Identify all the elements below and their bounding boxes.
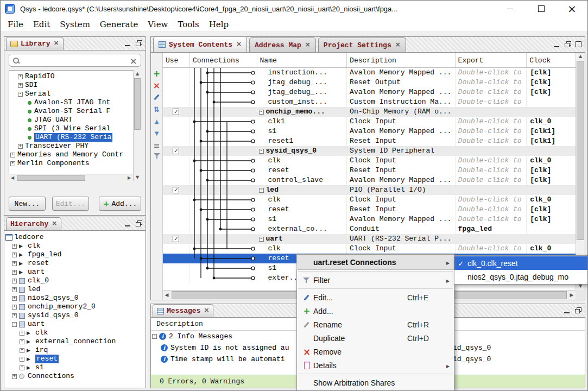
- expander-icon[interactable]: [18, 92, 23, 97]
- row-export[interactable]: Double-click to: [456, 205, 527, 215]
- scrollbar-thumb[interactable]: [17, 175, 85, 181]
- row-clock[interactable]: [527, 234, 576, 244]
- row-clock[interactable]: clk_0: [527, 195, 576, 205]
- table-row[interactable]: clk Clock Input Double-click to clk_0: [163, 195, 576, 205]
- row-export[interactable]: Double-click to: [456, 175, 527, 185]
- connections-cell[interactable]: [190, 205, 257, 215]
- library-close-icon[interactable]: [53, 41, 59, 47]
- move-down-icon[interactable]: [152, 129, 161, 138]
- library-tab[interactable]: Library: [6, 37, 64, 50]
- connections-cell[interactable]: [190, 273, 257, 283]
- edit-component-button[interactable]: Edit...: [52, 197, 89, 211]
- hierarchy-tree-item[interactable]: clk: [4, 329, 146, 337]
- row-clock[interactable]: [clk]: [527, 68, 576, 78]
- connections-cell[interactable]: [190, 175, 257, 185]
- window-maximize-button[interactable]: [526, 1, 557, 17]
- row-clock[interactable]: [clk]: [527, 215, 576, 224]
- scrollbar-thumb[interactable]: [134, 78, 141, 130]
- row-export[interactable]: Double-click to: [456, 127, 527, 136]
- row-clock[interactable]: [clk]: [527, 87, 576, 97]
- expander-icon[interactable]: [18, 83, 23, 88]
- library-tree-item[interactable]: Avalon-ST Serial F: [9, 107, 141, 116]
- row-clock[interactable]: clk_0: [527, 244, 576, 254]
- library-tree-item[interactable]: Serial: [9, 90, 141, 98]
- row-export[interactable]: Double-click to: [456, 117, 527, 127]
- hierarchy-tree-item[interactable]: onchip_memory2_0: [4, 302, 146, 311]
- row-export[interactable]: Double-click to: [456, 87, 527, 97]
- context-menu-item[interactable]: Details: [297, 358, 454, 372]
- connections-cell[interactable]: [190, 146, 257, 156]
- row-export[interactable]: Double-click to: [456, 97, 527, 107]
- context-menu-item[interactable]: Edit... Ctrl+E: [297, 291, 454, 304]
- context-menu-item[interactable]: Duplicate Ctrl+D: [297, 331, 454, 345]
- hierarchy-tab[interactable]: Hierarchy: [6, 217, 61, 230]
- connections-cell[interactable]: [190, 254, 257, 263]
- table-row[interactable]: control_slave Avalon Memory Mapped ... D…: [163, 175, 576, 185]
- table-row[interactable]: custom_inst... Custom Instruction Ma... …: [163, 97, 576, 107]
- scroll-right-icon[interactable]: [568, 291, 576, 300]
- table-row[interactable]: s1 Avalon Memory Mapped ... Double-click…: [163, 127, 576, 136]
- library-minimize-button[interactable]: [123, 40, 132, 47]
- row-export[interactable]: Double-click to: [456, 166, 527, 175]
- column-header-use[interactable]: Use: [163, 53, 190, 67]
- hierarchy-tree-item[interactable]: led: [4, 285, 146, 294]
- row-clock[interactable]: [527, 185, 576, 195]
- main-maximize-button[interactable]: [574, 41, 583, 48]
- main-restore-button[interactable]: [563, 41, 572, 48]
- row-clock[interactable]: [527, 97, 576, 107]
- row-clock[interactable]: clk_0: [527, 117, 576, 127]
- context-menu-item[interactable]: Filter: [297, 273, 454, 287]
- expander-icon[interactable]: [12, 261, 17, 266]
- scroll-left-icon[interactable]: [163, 291, 170, 300]
- row-export[interactable]: fpga_led: [456, 224, 527, 234]
- expander-icon[interactable]: [20, 357, 24, 362]
- hierarchy-tree-item[interactable]: uart: [4, 268, 146, 276]
- column-header-name[interactable]: Name: [257, 53, 347, 67]
- library-tree-item[interactable]: Avalon-ST JTAG Int: [9, 98, 141, 107]
- row-clock[interactable]: [527, 107, 576, 117]
- expander-icon[interactable]: [12, 305, 17, 310]
- expander-icon[interactable]: [18, 74, 23, 79]
- use-checkbox[interactable]: [173, 148, 179, 154]
- row-export[interactable]: [456, 234, 527, 244]
- hierarchy-tree-item[interactable]: fpga_led: [4, 250, 146, 259]
- hierarchy-close-icon[interactable]: [51, 221, 57, 227]
- library-tree-item[interactable]: JTAG UART: [9, 116, 141, 124]
- expander-icon[interactable]: [10, 153, 15, 157]
- connections-cell[interactable]: [190, 156, 257, 166]
- main-tab[interactable]: Address Map: [249, 37, 316, 52]
- library-tree-item[interactable]: Transceiver PHY: [9, 142, 141, 150]
- table-row[interactable]: clk Clock Input Double-click to clk_0: [163, 156, 576, 166]
- row-clock[interactable]: [clk1]: [527, 127, 576, 136]
- expander-icon[interactable]: [20, 339, 24, 344]
- expander-icon[interactable]: [12, 270, 17, 275]
- expander-icon[interactable]: [12, 279, 17, 283]
- row-export[interactable]: [456, 107, 527, 117]
- scroll-up-icon[interactable]: [134, 70, 141, 78]
- hierarchy-tree-item[interactable]: clk: [4, 242, 146, 250]
- expander-icon[interactable]: [12, 374, 17, 379]
- remove-row-icon[interactable]: [152, 81, 161, 90]
- row-export[interactable]: [456, 185, 527, 195]
- hierarchy-tree-item[interactable]: nios2_qsys_0: [4, 294, 146, 302]
- align-icon[interactable]: [152, 141, 161, 150]
- menu-item[interactable]: Tools: [173, 18, 204, 31]
- row-clock[interactable]: [527, 146, 576, 156]
- expander-icon[interactable]: [12, 287, 17, 292]
- menu-item[interactable]: File: [3, 18, 28, 31]
- search-clear-icon[interactable]: [130, 56, 137, 65]
- filter-icon[interactable]: [153, 153, 161, 159]
- connections-cell[interactable]: [190, 117, 257, 127]
- hierarchy-tree-item[interactable]: clk_0: [4, 276, 146, 285]
- row-expander-icon[interactable]: [259, 149, 264, 154]
- expander-icon[interactable]: [10, 161, 15, 166]
- connections-cell[interactable]: [190, 68, 257, 78]
- connections-cell[interactable]: [190, 107, 257, 117]
- sort-icon[interactable]: [152, 105, 161, 114]
- connections-cell[interactable]: [190, 215, 257, 224]
- add-component-button[interactable]: Add...: [99, 197, 141, 211]
- messages-restore-button[interactable]: [573, 307, 583, 314]
- table-row[interactable]: clk1 Clock Input Double-click to clk_0: [163, 117, 576, 127]
- row-export[interactable]: Double-click to: [456, 68, 527, 78]
- tab-close-icon[interactable]: [236, 41, 242, 48]
